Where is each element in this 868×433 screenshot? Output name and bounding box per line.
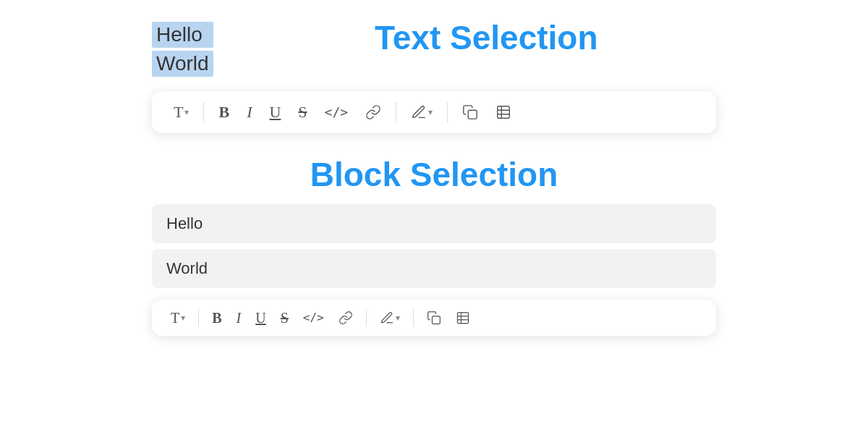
svg-rect-0 xyxy=(468,110,477,119)
text-selection-toolbar: T ▾ B I U S </> xyxy=(152,91,716,133)
page-wrapper: Hello World Text Selection T ▾ B I xyxy=(0,14,868,336)
block-table-button[interactable] xyxy=(450,307,476,329)
block-code-label: </> xyxy=(303,312,324,324)
block-bold-label: B xyxy=(212,311,221,325)
block-code-button[interactable]: </> xyxy=(297,308,330,327)
underline-button[interactable]: U xyxy=(262,100,288,125)
block-link-icon xyxy=(339,311,353,325)
block-underline-label: U xyxy=(255,311,265,325)
block-selection-title: Block Selection xyxy=(310,155,558,194)
highlight-icon xyxy=(411,104,427,120)
block-copy-icon xyxy=(427,311,441,325)
strikethrough-button[interactable]: S xyxy=(291,100,314,125)
toolbar-divider-2 xyxy=(396,102,396,122)
block-item-world: World xyxy=(152,249,716,288)
toolbar-divider-1 xyxy=(203,102,204,122)
block-toolbar-divider-1 xyxy=(198,309,199,327)
copy-button[interactable] xyxy=(455,100,485,125)
block-underline-button[interactable]: U xyxy=(250,307,271,329)
block-toolbar-divider-3 xyxy=(413,309,414,327)
toolbar-divider-3 xyxy=(447,102,448,122)
block-text-type-label: T xyxy=(171,311,179,325)
link-icon xyxy=(365,104,381,120)
block-selection-toolbar: T ▾ B I U S </> xyxy=(152,300,716,336)
code-label: </> xyxy=(325,106,349,119)
highlight-button[interactable]: ▾ xyxy=(404,100,440,125)
svg-rect-5 xyxy=(432,316,440,324)
italic-label: I xyxy=(247,104,252,120)
italic-button[interactable]: I xyxy=(239,100,259,125)
block-highlight-icon xyxy=(380,311,394,325)
svg-rect-1 xyxy=(498,106,510,119)
text-selection-section: Hello World Text Selection T ▾ B I xyxy=(0,14,868,133)
block-link-button[interactable] xyxy=(333,307,359,329)
bold-label: B xyxy=(218,104,229,120)
block-item-hello: Hello xyxy=(152,204,716,243)
block-selection-section: Block Selection Hello World T ▾ B I U S xyxy=(0,155,868,336)
text-type-label: T xyxy=(174,104,183,120)
link-button[interactable] xyxy=(358,100,388,125)
table-icon xyxy=(495,104,511,120)
block-highlight-button[interactable]: ▾ xyxy=(374,307,406,329)
block-chevron-down-icon: ▾ xyxy=(181,314,185,322)
highlight-chevron-icon: ▾ xyxy=(428,108,433,117)
block-italic-label: I xyxy=(237,311,242,325)
text-type-button[interactable]: T ▾ xyxy=(166,100,196,125)
block-table-icon xyxy=(456,311,470,325)
bold-button[interactable]: B xyxy=(211,100,237,125)
strikethrough-label: S xyxy=(298,104,307,120)
table-button[interactable] xyxy=(488,100,519,125)
chevron-down-icon: ▾ xyxy=(184,108,189,117)
block-bold-button[interactable]: B xyxy=(206,307,227,329)
text-selection-top: Hello World Text Selection xyxy=(152,14,716,80)
block-italic-button[interactable]: I xyxy=(231,307,247,329)
underline-label: U xyxy=(269,104,281,120)
code-button[interactable]: </> xyxy=(318,101,356,123)
block-strikethrough-button[interactable]: S xyxy=(275,307,294,329)
block-strikethrough-label: S xyxy=(281,311,289,325)
block-highlight-chevron-icon: ▾ xyxy=(396,314,400,322)
block-copy-button[interactable] xyxy=(421,307,447,329)
selected-word-world: World xyxy=(152,51,213,77)
block-text-type-button[interactable]: T ▾ xyxy=(165,307,191,329)
text-selection-title: Text Selection xyxy=(257,14,716,57)
copy-icon xyxy=(462,104,478,120)
selected-text-block: Hello World xyxy=(152,14,213,80)
svg-rect-6 xyxy=(457,313,468,324)
block-toolbar-divider-2 xyxy=(366,309,367,327)
selected-word-hello: Hello xyxy=(152,22,213,48)
